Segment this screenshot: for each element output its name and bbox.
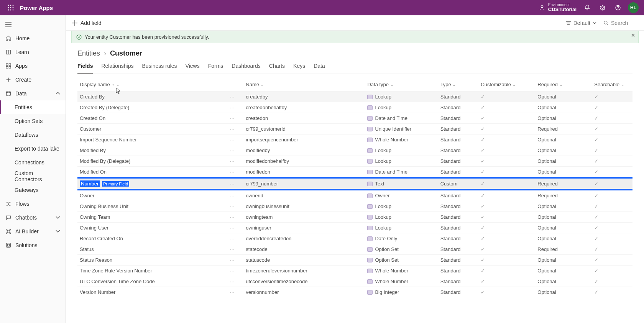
nav-sub-entities[interactable]: Entities <box>0 100 66 114</box>
tab-keys[interactable]: Keys <box>293 63 305 74</box>
env-name: CDSTutorial <box>548 7 577 12</box>
tab-data[interactable]: Data <box>314 63 325 74</box>
app-launcher[interactable] <box>3 0 18 15</box>
tab-forms[interactable]: Forms <box>208 63 223 74</box>
add-field-button[interactable]: Add field <box>72 20 101 26</box>
notifications-icon[interactable] <box>580 0 595 15</box>
col-searchable[interactable]: Searchable ⌄ <box>592 78 632 92</box>
nav-sub-export-to-data-lake[interactable]: Export to data lake <box>0 142 66 156</box>
table-row[interactable]: Created On···createdonDate and TimeStand… <box>77 113 632 124</box>
row-more-icon[interactable]: ··· <box>230 214 235 220</box>
row-more-icon[interactable]: ··· <box>230 225 235 231</box>
table-row[interactable]: Modified By···modifiedbyLookupStandard✓O… <box>77 145 632 156</box>
nav-flows[interactable]: Flows <box>0 197 66 211</box>
datatype-icon <box>367 215 373 220</box>
nav-create[interactable]: Create <box>0 73 66 87</box>
svg-point-12 <box>618 9 618 9</box>
row-more-icon[interactable]: ··· <box>230 115 235 121</box>
row-more-icon[interactable]: ··· <box>230 105 235 110</box>
environment-picker[interactable]: Environment CDSTutorial <box>539 3 577 12</box>
table-row[interactable]: Created By···createdbyLookupStandard✓Opt… <box>77 92 632 102</box>
check-icon: ✓ <box>594 268 598 274</box>
col-required[interactable]: Required ⌄ <box>535 78 592 92</box>
datatype-icon <box>367 105 373 110</box>
tab-relationships[interactable]: Relationships <box>101 63 133 74</box>
table-row[interactable]: UTC Conversion Time Zone Code···utcconve… <box>77 276 632 287</box>
nav-data[interactable]: Data <box>0 87 66 100</box>
table-row[interactable]: Status Reason···statuscodeOption SetStan… <box>77 255 632 266</box>
table-row[interactable]: Owning Business Unit···owningbusinessuni… <box>77 201 632 212</box>
row-more-icon[interactable]: ··· <box>230 193 235 198</box>
tab-business-rules[interactable]: Business rules <box>142 63 177 74</box>
row-more-icon[interactable]: ··· <box>230 148 235 153</box>
svg-point-43 <box>77 35 81 39</box>
topbar: Power Apps Environment CDSTutorial HL <box>0 0 644 15</box>
svg-point-2 <box>13 5 14 6</box>
nav-sub-connections[interactable]: Connections <box>0 156 66 169</box>
table-row[interactable]: Status···statecodeOption SetStandard✓Req… <box>77 244 632 255</box>
row-more-icon[interactable]: ··· <box>230 289 235 295</box>
table-row[interactable]: Version Number···versionnumberBig Intege… <box>77 287 632 298</box>
view-selector[interactable]: Default <box>566 20 596 26</box>
nav-learn[interactable]: Learn <box>0 45 66 59</box>
nav-sub-custom-connectors[interactable]: Custom Connectors <box>0 169 66 183</box>
table-row[interactable]: Time Zone Rule Version Number···timezone… <box>77 266 632 276</box>
row-more-icon[interactable]: ··· <box>230 126 235 132</box>
settings-icon[interactable] <box>595 0 610 15</box>
nav-sub-dataflows[interactable]: Dataflows <box>0 128 66 142</box>
row-more-icon[interactable]: ··· <box>230 94 235 100</box>
check-icon: ✓ <box>594 203 598 209</box>
table-row[interactable]: Owning User···owninguserLookupStandard✓O… <box>77 223 632 233</box>
search-input[interactable] <box>611 20 638 26</box>
nav-sub-gateways[interactable]: Gateways <box>0 183 66 197</box>
row-more-icon[interactable]: ··· <box>230 246 235 252</box>
nav-home[interactable]: Home <box>0 31 66 45</box>
nav-sub-option-sets[interactable]: Option Sets <box>0 114 66 128</box>
row-more-icon[interactable]: ··· <box>230 279 235 284</box>
banner-close-icon[interactable]: ✕ <box>631 33 635 38</box>
entity-tabs: FieldsRelationshipsBusiness rulesViewsFo… <box>77 63 632 74</box>
table-row[interactable]: Record Created On···overriddencreatedonD… <box>77 233 632 244</box>
tab-dashboards[interactable]: Dashboards <box>232 63 261 74</box>
check-icon: ✓ <box>481 246 485 252</box>
table-row[interactable]: Modified On···modifiedonDate and TimeSta… <box>77 167 632 178</box>
breadcrumb-parent[interactable]: Entities <box>77 49 100 57</box>
nav-solutions[interactable]: Solutions <box>0 238 66 252</box>
nav-ai-builder[interactable]: AI Builder <box>0 225 66 238</box>
row-more-icon[interactable]: ··· <box>230 236 235 241</box>
tab-charts[interactable]: Charts <box>269 63 285 74</box>
table-row[interactable]: Created By (Delegate)···createdonbehalfb… <box>77 102 632 113</box>
row-more-icon[interactable]: ··· <box>230 169 235 175</box>
check-icon: ✓ <box>481 126 485 132</box>
table-row[interactable]: Modified By (Delegate)···modifiedonbehal… <box>77 156 632 167</box>
datatype-icon <box>367 247 373 252</box>
row-more-icon[interactable]: ··· <box>230 268 235 274</box>
nav-apps[interactable]: Apps <box>0 59 66 73</box>
table-row[interactable]: NumberPrimary Field···cr799_numberTextCu… <box>77 178 632 190</box>
check-icon: ✓ <box>481 181 485 187</box>
user-avatar[interactable]: HL <box>628 2 639 13</box>
datatype-icon <box>367 226 373 230</box>
row-more-icon[interactable]: ··· <box>230 203 235 209</box>
search-box[interactable] <box>603 20 638 26</box>
tab-fields[interactable]: Fields <box>77 63 93 74</box>
row-more-icon[interactable]: ··· <box>230 181 235 187</box>
row-more-icon[interactable]: ··· <box>230 137 235 143</box>
nav-chatbots[interactable]: Chatbots <box>0 211 66 225</box>
row-more-icon[interactable]: ··· <box>230 158 235 164</box>
help-icon[interactable] <box>610 0 626 15</box>
col-display-name[interactable]: Display name ↑ ⌄ <box>77 78 227 92</box>
nav-collapse-button[interactable] <box>0 18 66 31</box>
tab-views[interactable]: Views <box>186 63 200 74</box>
table-row[interactable]: Owning Team···owningteamLookupStandard✓O… <box>77 212 632 223</box>
col-name[interactable]: Name ⌄ <box>243 78 365 92</box>
col-data-type[interactable]: Data type ⌄ <box>365 78 438 92</box>
col-type[interactable]: Type ⌄ <box>438 78 479 92</box>
check-icon: ✓ <box>481 115 485 121</box>
check-icon: ✓ <box>481 148 485 153</box>
row-more-icon[interactable]: ··· <box>230 257 235 263</box>
table-row[interactable]: Customer···cr799_customeridUnique Identi… <box>77 124 632 134</box>
col-customizable[interactable]: Customizable ⌄ <box>478 78 535 92</box>
table-row[interactable]: Import Sequence Number···importsequencen… <box>77 134 632 145</box>
table-row[interactable]: Owner···owneridOwnerStandard✓Required✓ <box>77 190 632 201</box>
